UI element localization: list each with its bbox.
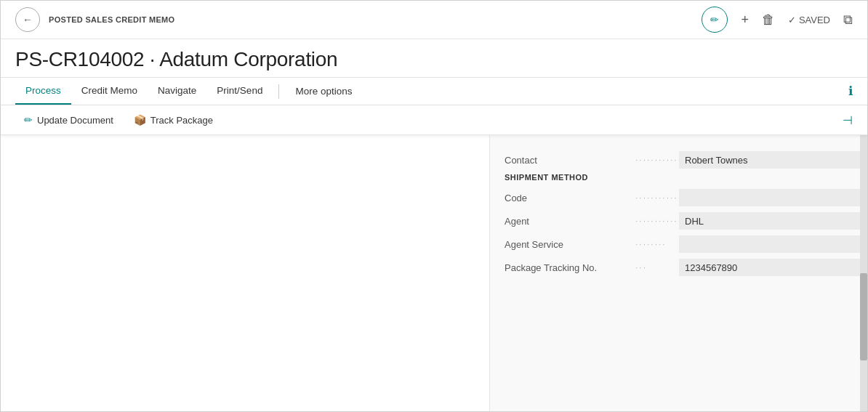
top-bar: ← POSTED SALES CREDIT MEMO ✏ + 🗑 ✓ SAVED… [1,1,867,39]
package-tracking-value: 1234567890 [679,259,860,276]
trash-icon: 🗑 [762,12,775,28]
back-icon: ← [23,14,33,25]
track-package-label: Track Package [150,115,213,126]
edit-button[interactable]: ✏ [702,7,728,33]
agent-label: Agent [505,216,635,227]
more-options[interactable]: More options [285,78,362,104]
plus-icon: + [741,12,749,28]
contact-label: Contact [505,155,635,166]
external-icon: ⧉ [843,12,853,28]
contact-dots: ············ [635,155,679,165]
saved-label: SAVED [799,15,830,25]
right-panel: Contact ············ Robert Townes SHIPM… [489,135,867,411]
tab-credit-memo[interactable]: Credit Memo [71,78,148,105]
nav-tabs: Process Credit Memo Navigate Print/Send … [1,78,867,105]
tab-process[interactable]: Process [15,78,71,105]
scrollbar[interactable] [860,135,867,411]
main-content: Contact ············ Robert Townes SHIPM… [1,135,867,411]
shipment-method-title: SHIPMENT METHOD [505,173,860,182]
tab-navigate[interactable]: Navigate [148,78,206,105]
code-label: Code [505,193,635,203]
update-document-button[interactable]: ✏ Update Document [15,110,122,130]
tab-print-send[interactable]: Print/Send [206,78,273,105]
code-field-row: Code ············ [505,187,860,208]
agent-service-dots: ········ [635,239,679,249]
agent-service-field-row: Agent Service ········ [505,234,860,254]
info-icon[interactable]: ℹ [848,84,853,99]
package-tracking-dots: ··· [635,262,679,272]
package-tracking-label: Package Tracking No. [505,262,635,273]
track-package-button[interactable]: 📦 Track Package [125,110,222,130]
agent-service-label: Agent Service [505,239,635,250]
title-area: PS-CR104002 · Adatum Corporation [1,39,867,78]
left-panel [1,135,489,411]
package-icon: 📦 [134,114,146,126]
contact-field-row: Contact ············ Robert Townes [505,150,860,170]
external-link-button[interactable]: ⧉ [843,12,853,28]
agent-value: DHL [679,212,860,230]
agent-field-row: Agent ············ DHL [505,211,860,231]
check-icon: ✓ [788,15,796,25]
pin-icon[interactable]: ⊣ [843,113,853,127]
pencil-icon: ✏ [24,114,33,126]
tab-divider [278,84,279,99]
scrollbar-thumb[interactable] [860,273,867,360]
add-button[interactable]: + [741,12,749,28]
header-actions: ✏ + 🗑 ✓ SAVED ⧉ [702,7,853,33]
agent-service-value [679,235,860,253]
update-document-label: Update Document [37,115,113,126]
action-bar: ✏ Update Document 📦 Track Package ⊣ [1,105,867,135]
delete-button[interactable]: 🗑 [762,12,775,28]
code-dots: ············ [635,193,679,203]
page-label: POSTED SALES CREDIT MEMO [49,15,693,24]
edit-icon: ✏ [710,14,719,25]
code-value [679,189,860,206]
back-button[interactable]: ← [15,7,40,32]
agent-dots: ············ [635,216,679,226]
page-title: PS-CR104002 · Adatum Corporation [15,48,853,71]
contact-value: Robert Townes [679,151,860,169]
package-tracking-field-row: Package Tracking No. ··· 1234567890 [505,257,860,278]
saved-status: ✓ SAVED [788,15,830,25]
